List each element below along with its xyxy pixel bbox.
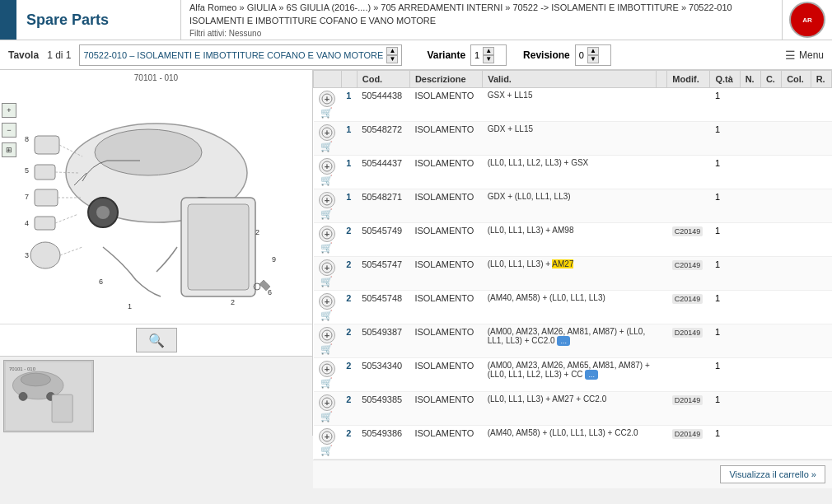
valid-cell: (AM40, AM58) + (LL0, LL1, LL3) + CC2.0 <box>483 426 656 460</box>
variante-down-arrow[interactable]: ▼ <box>483 55 494 63</box>
add-button[interactable]: + <box>319 394 335 411</box>
code-cell: 50544437 <box>357 156 409 189</box>
qty-cell: 1 <box>341 88 357 122</box>
tavola-label: Tavola <box>8 49 39 61</box>
modif-cell: D20149 <box>667 324 710 358</box>
col-cell <box>782 358 811 392</box>
desc-cell: ISOLAMENTO <box>409 189 482 223</box>
r-cell <box>811 257 831 291</box>
r-cell <box>811 223 831 257</box>
desc-cell: ISOLAMENTO <box>409 324 482 358</box>
c-cell <box>760 426 781 460</box>
empty-cell <box>656 392 667 426</box>
modif-cell: C20149 <box>667 257 710 291</box>
empty-cell <box>656 358 667 392</box>
modif-badge: D20149 <box>672 395 703 405</box>
col-cell <box>782 291 811 324</box>
title-area: Spare Parts <box>16 0 181 40</box>
svg-rect-8 <box>35 165 55 180</box>
col-cell <box>782 156 811 189</box>
filter-status: Filtri attivi: Nessuno <box>189 29 774 38</box>
zoom-out-icon[interactable]: − <box>2 123 16 138</box>
qta-cell: 1 <box>710 122 740 156</box>
svg-point-33 <box>19 392 27 400</box>
page-info: 1 di 1 <box>47 49 71 61</box>
menu-label: Menu <box>799 49 824 61</box>
variante-value: 1 <box>474 50 479 60</box>
svg-rect-35 <box>52 394 72 422</box>
more-button[interactable]: ... <box>557 336 570 346</box>
table-header-row: Cod. Descrizione Valid. Modif. Q.tà N. C… <box>314 71 832 88</box>
cart-icon[interactable]: 🛒 <box>320 377 333 389</box>
revisione-arrows[interactable]: ▲ ▼ <box>587 47 599 63</box>
tavola-select[interactable]: 70522-010 – ISOLAMENTI E IMBOTTITURE COF… <box>79 44 402 66</box>
variante-up-arrow[interactable]: ▲ <box>483 47 494 55</box>
n-cell <box>740 122 760 156</box>
svg-point-32 <box>21 373 50 386</box>
app-title: Spare Parts <box>26 12 109 29</box>
modif-badge: C20149 <box>672 260 703 270</box>
tavola-down-arrow[interactable]: ▼ <box>386 55 398 63</box>
fit-icon[interactable]: ⊞ <box>2 142 16 157</box>
empty-cell <box>656 223 667 257</box>
col-c-header: C. <box>760 71 781 88</box>
desc-cell: ISOLAMENTO <box>409 426 482 460</box>
desc-cell: ISOLAMENTO <box>409 223 482 257</box>
diagram-svg: 8 5 7 4 3 2 2 1 <box>16 82 325 321</box>
zoom-in-icon[interactable]: + <box>2 103 16 118</box>
table-row: +🛒150548271ISOLAMENTOGDX + (LL0, LL1, LL… <box>314 189 832 223</box>
revisione-down-arrow[interactable]: ▼ <box>587 55 599 63</box>
c-cell <box>760 291 781 324</box>
svg-point-14 <box>30 242 60 268</box>
qty-cell: 2 <box>341 257 357 291</box>
cart-icon[interactable]: 🛒 <box>320 411 333 422</box>
thumbnail: 70101 - 010 <box>3 360 94 432</box>
table-row: +🛒250549385ISOLAMENTO(LL0, LL1, LL3) + A… <box>314 392 832 426</box>
valid-cell: (AM00, AM23, AM26, AM65, AM81, AM87) + (… <box>483 358 656 392</box>
add-button[interactable]: + <box>319 327 335 343</box>
svg-text:3: 3 <box>25 251 29 259</box>
cart-icon[interactable]: 🛒 <box>320 343 333 355</box>
n-cell <box>740 88 760 122</box>
view-cart-button[interactable]: Visualizza il carrello » <box>720 465 825 483</box>
c-cell <box>760 122 781 156</box>
table-row: +🛒250545748ISOLAMENTO(AM40, AM58) + (LL0… <box>314 291 832 324</box>
svg-line-27 <box>55 214 78 223</box>
revisione-up-arrow[interactable]: ▲ <box>587 47 599 55</box>
qty-cell: 1 <box>341 189 357 223</box>
menu-section[interactable]: ☰ Menu <box>785 49 824 62</box>
col-code-header: Cod. <box>357 71 409 88</box>
table-row: +🛒250545747ISOLAMENTO(LL0, LL1, LL3) + A… <box>314 257 832 291</box>
add-button[interactable]: + <box>319 361 335 377</box>
col-space <box>656 71 667 88</box>
modif-cell: D20149 <box>667 392 710 426</box>
empty-cell <box>656 257 667 291</box>
col-cell <box>782 189 811 223</box>
modif-badge: C20149 <box>672 226 703 236</box>
revisione-select[interactable]: 0 ▲ ▼ <box>575 44 611 66</box>
cart-icon[interactable]: 🛒 <box>320 445 333 456</box>
n-cell <box>740 358 760 392</box>
search-button[interactable]: 🔍 <box>136 328 177 352</box>
svg-text:2: 2 <box>255 228 259 236</box>
variante-select[interactable]: 1 ▲ ▼ <box>470 44 507 66</box>
tavola-up-arrow[interactable]: ▲ <box>386 47 398 55</box>
tavola-arrows[interactable]: ▲ ▼ <box>386 47 398 63</box>
n-cell <box>740 291 760 324</box>
svg-rect-10 <box>35 189 58 206</box>
more-button[interactable]: ... <box>585 370 598 380</box>
empty-cell <box>656 122 667 156</box>
svg-text:6: 6 <box>268 288 272 296</box>
col-cell <box>782 257 811 291</box>
r-cell <box>811 426 831 460</box>
col-qty-header <box>341 71 357 88</box>
add-button[interactable]: + <box>319 428 335 445</box>
variante-arrows[interactable]: ▲ ▼ <box>483 47 494 63</box>
col-n-header: N. <box>740 71 760 88</box>
c-cell <box>760 392 781 426</box>
cart-area: Visualizza il carrello » <box>313 460 832 488</box>
code-cell: 50549385 <box>357 392 409 426</box>
svg-text:+: + <box>324 364 329 374</box>
svg-rect-12 <box>35 217 55 230</box>
logo-bar <box>0 0 16 40</box>
